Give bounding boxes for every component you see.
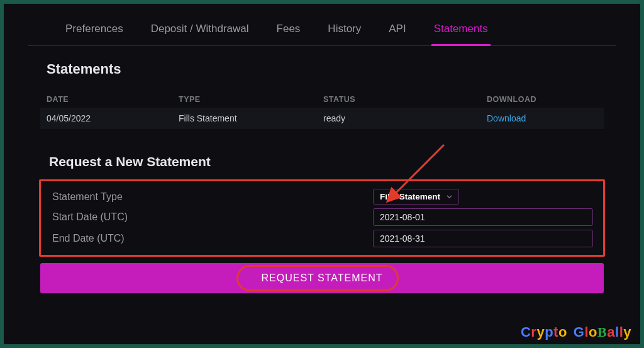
label-start-date: Start Date (UTC)	[52, 211, 373, 223]
tab-history[interactable]: History	[328, 23, 361, 45]
start-date-input[interactable]	[373, 208, 593, 226]
table-header: DATE TYPE STATUS DOWNLOAD	[40, 91, 604, 108]
tab-fees[interactable]: Fees	[277, 23, 301, 45]
tab-bar: Preferences Deposit / Withdrawal Fees Hi…	[28, 4, 616, 46]
end-date-input[interactable]	[373, 230, 593, 247]
tab-preferences[interactable]: Preferences	[65, 23, 123, 45]
chevron-down-icon	[447, 194, 452, 199]
page-title: Statements	[47, 61, 604, 77]
row-statement-type: Statement Type Fills Statement	[52, 189, 592, 205]
download-link[interactable]: Download	[487, 113, 597, 123]
tab-deposit-withdrawal[interactable]: Deposit / Withdrawal	[151, 23, 249, 45]
request-statement-button[interactable]: REQUEST STATEMENT	[40, 263, 604, 293]
statement-type-select[interactable]: Fills Statement	[373, 189, 459, 205]
request-section-title: Request a New Statement	[49, 154, 604, 169]
cell-status: ready	[323, 113, 487, 123]
cell-date: 04/05/2022	[47, 113, 179, 123]
cell-type: Fills Statement	[179, 113, 323, 123]
col-date: DATE	[47, 95, 179, 104]
statements-table: DATE TYPE STATUS DOWNLOAD 04/05/2022 Fil…	[40, 91, 604, 129]
tab-statements[interactable]: Statements	[434, 23, 488, 45]
request-button-label: REQUEST STATEMENT	[261, 272, 382, 284]
col-type: TYPE	[179, 95, 323, 104]
row-end-date: End Date (UTC)	[52, 230, 592, 247]
col-download: DOWNLOAD	[487, 95, 597, 104]
request-form-highlight: Statement Type Fills Statement Start Dat…	[39, 179, 605, 257]
label-statement-type: Statement Type	[52, 191, 373, 203]
statements-panel: Preferences Deposit / Withdrawal Fees Hi…	[4, 4, 640, 344]
statement-type-value: Fills Statement	[380, 192, 440, 201]
col-status: STATUS	[323, 95, 487, 104]
tab-api[interactable]: API	[389, 23, 406, 45]
label-end-date: End Date (UTC)	[52, 233, 373, 244]
table-row: 04/05/2022 Fills Statement ready Downloa…	[40, 108, 604, 129]
row-start-date: Start Date (UTC)	[52, 208, 592, 226]
content-area: Statements DATE TYPE STATUS DOWNLOAD 04/…	[4, 46, 640, 293]
watermark: CryptoGloBally	[521, 324, 631, 340]
